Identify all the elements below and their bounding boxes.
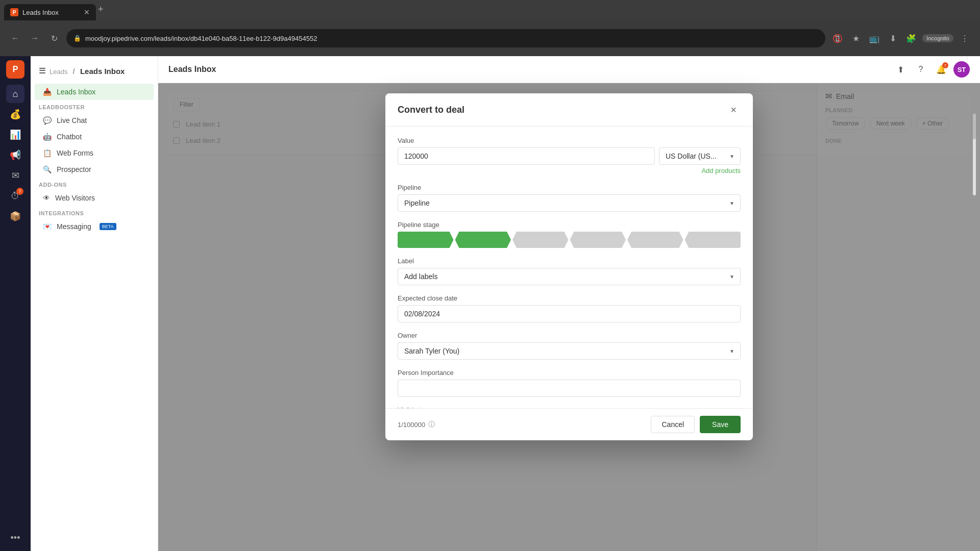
help-icon[interactable]: ? [913,61,929,78]
cancel-btn[interactable]: Cancel [651,416,695,433]
products-icon: 📦 [10,211,21,222]
sidebar-icon-deals[interactable]: 💰 [6,105,24,123]
pipeline-stage-4[interactable] [570,232,626,248]
sidebar-icon-mail[interactable]: ✉ [6,166,24,185]
back-btn[interactable]: ← [8,31,22,45]
leads-inbox-label: Leads Inbox [57,88,95,96]
nav-item-live-chat[interactable]: 💬 Live Chat [35,112,154,129]
value-row: US Dollar (US... [398,147,741,165]
deals-icon: 💰 [10,109,21,120]
forward-btn[interactable]: → [28,31,42,45]
modal-footer: 1/100000 ⓘ Cancel Save [385,408,753,440]
modal-body: Value US Dollar (US... Add products [385,127,753,408]
live-chat-label: Live Chat [57,116,87,124]
pipeline-stage-5[interactable] [627,232,683,248]
pipeline-select[interactable]: Pipeline [398,194,741,212]
chatbot-icon: 🤖 [43,133,52,141]
sidebar-icon-more[interactable]: ••• [6,529,24,547]
tab-close-btn[interactable]: ✕ [84,8,90,16]
nav-item-prospector[interactable]: 🔍 Prospector [35,161,154,178]
label-select[interactable]: Add labels [398,268,741,285]
import-icon[interactable]: ⬆ [892,61,909,78]
info-icon[interactable]: ⓘ [428,420,435,429]
convert-to-deal-modal: Convert to deal × Value [385,93,753,440]
activities-badge: 7 [16,188,23,195]
pipeline-stages-container [398,232,741,248]
nav-item-chatbot[interactable]: 🤖 Chatbot [35,129,154,145]
amount-input[interactable] [398,147,655,165]
mail-icon: ✉ [12,170,19,181]
web-visitors-label: Web Visitors [55,194,95,202]
pipeline-stage-3[interactable] [512,232,569,248]
top-right-icons: ⬆ ? 🔔 7 ST [892,61,970,78]
label-select-wrapper: Add labels [398,268,741,285]
content-area: Filter Lead item 1 Lead item 2 ✉ [158,83,980,551]
pipeline-label: Pipeline [398,184,741,191]
owner-label: Owner [398,332,741,339]
currency-select[interactable]: US Dollar (US... [659,147,741,165]
person-importance-input[interactable] [398,380,741,397]
value-form-group: Value US Dollar (US... Add products [398,137,741,174]
notification-icon[interactable]: 🔔 7 [933,61,949,78]
new-tab-btn[interactable]: + [98,4,104,15]
modal-close-btn[interactable]: × [726,103,741,117]
messaging-beta-badge: BETA [100,223,116,230]
sidebar-icon-home[interactable]: ⌂ [6,85,24,103]
user-avatar[interactable]: ST [953,61,970,78]
browser-tab-active[interactable]: P Leads Inbox ✕ [4,4,96,20]
counter-value: 1/100000 [398,421,425,429]
sidebar-icon-stats[interactable]: 📊 [6,126,24,144]
add-products-link[interactable]: Add products [398,167,741,174]
add-ons-section-label: ADD-ONS [31,178,158,190]
stats-icon: 📊 [10,129,21,140]
more-btn[interactable]: ⋮ [958,31,972,45]
messaging-label: Messaging [57,222,91,231]
tab-label: Leads Inbox [22,9,59,16]
browser-controls: ← → ↻ 🔒 moodjoy.pipedrive.com/leads/inbo… [0,20,980,56]
sidebar-icon-campaigns[interactable]: 📢 [6,146,24,164]
browser-tabs: P Leads Inbox ✕ + [0,0,980,20]
cast-icon[interactable]: 📺 [867,31,881,45]
pipeline-stage-6[interactable] [685,232,741,248]
nav-item-messaging[interactable]: 💌 Messaging BETA [35,218,154,235]
camera-off-icon[interactable]: 📵 [830,31,845,45]
label-form-group: Label Add labels [398,257,741,285]
home-icon: ⌂ [13,89,18,99]
nav-item-web-visitors[interactable]: 👁 Web Visitors [35,190,154,206]
modal-actions: Cancel Save [651,416,741,433]
person-importance-label: Person Importance [398,369,741,377]
breadcrumb-separator: / [73,67,75,76]
owner-select[interactable]: Sarah Tyler (You) [398,342,741,360]
web-forms-label: Web Forms [57,149,93,157]
bookmark-icon[interactable]: ★ [849,31,863,45]
nav-item-leads-inbox[interactable]: 📥 Leads Inbox [35,84,154,100]
nav-item-web-forms[interactable]: 📋 Web Forms [35,145,154,161]
breadcrumb-current: Leads Inbox [80,67,125,76]
pipeline-stage-label: Pipeline stage [398,221,741,229]
browser-chrome: P Leads Inbox ✕ + ← → ↻ 🔒 moodjoy.pipedr… [0,0,980,56]
app-container: P ⌂ 💰 📊 📢 ✉ ⏱ 7 📦 ••• ☰ [0,56,980,551]
pipeline-stage-2[interactable] [455,232,511,248]
close-date-input[interactable] [398,305,741,322]
download-icon[interactable]: ⬇ [886,31,900,45]
tab-favicon: P [10,8,18,16]
app-logo[interactable]: P [6,60,24,79]
sidebar-icon-activities[interactable]: ⏱ 7 [6,187,24,205]
save-btn[interactable]: Save [700,416,741,433]
messaging-icon: 💌 [43,222,52,231]
pipeline-stage-form-group: Pipeline stage [398,221,741,248]
extensions-icon[interactable]: 🧩 [904,31,918,45]
browser-actions: 📵 ★ 📺 ⬇ 🧩 Incognito ⋮ [830,31,972,45]
modal-overlay: Convert to deal × Value [158,83,980,551]
breadcrumb-parent[interactable]: Leads [50,68,67,76]
refresh-btn[interactable]: ↻ [47,31,61,45]
campaigns-icon: 📢 [10,149,21,161]
address-bar[interactable]: 🔒 moodjoy.pipedrive.com/leads/inbox/db41… [66,29,825,47]
sidebar-icon-products[interactable]: 📦 [6,207,24,226]
nav-header-icon: ☰ [39,66,45,76]
lock-icon: 🔒 [74,35,81,42]
more-icon: ••• [11,533,20,543]
modal-title: Convert to deal [398,105,464,115]
person-importance-form-group: Person Importance [398,369,741,397]
pipeline-stage-1[interactable] [398,232,454,248]
